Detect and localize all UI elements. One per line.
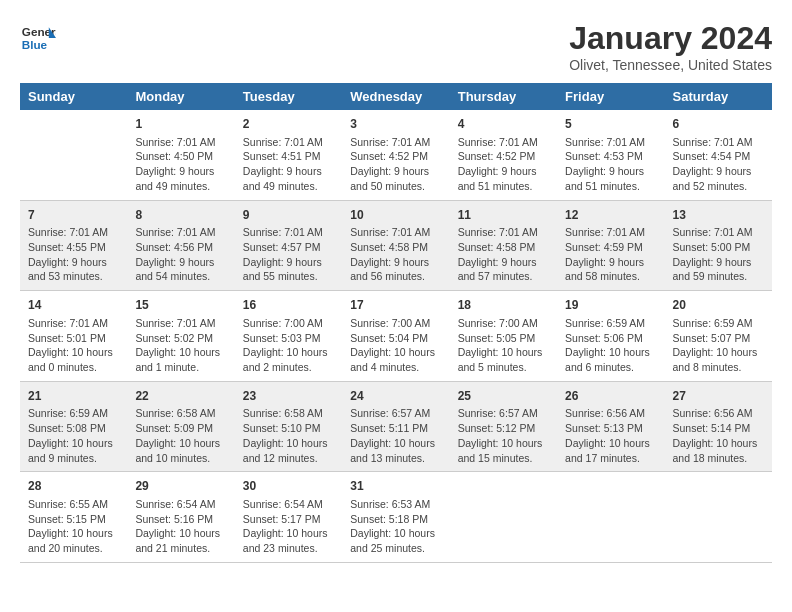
day-info: Sunrise: 6:59 AM Sunset: 5:08 PM Dayligh… <box>28 406 119 465</box>
day-info: Sunrise: 7:01 AM Sunset: 4:58 PM Dayligh… <box>458 225 549 284</box>
logo-icon: General Blue <box>20 20 56 56</box>
weekday-header-saturday: Saturday <box>665 83 772 110</box>
day-info: Sunrise: 6:56 AM Sunset: 5:14 PM Dayligh… <box>673 406 764 465</box>
calendar-cell: 20Sunrise: 6:59 AM Sunset: 5:07 PM Dayli… <box>665 291 772 382</box>
day-number: 5 <box>565 116 656 133</box>
day-info: Sunrise: 7:01 AM Sunset: 4:59 PM Dayligh… <box>565 225 656 284</box>
calendar-cell: 12Sunrise: 7:01 AM Sunset: 4:59 PM Dayli… <box>557 200 664 291</box>
day-number: 10 <box>350 207 441 224</box>
day-number: 22 <box>135 388 226 405</box>
calendar-cell: 23Sunrise: 6:58 AM Sunset: 5:10 PM Dayli… <box>235 381 342 472</box>
day-info: Sunrise: 6:58 AM Sunset: 5:10 PM Dayligh… <box>243 406 334 465</box>
calendar-cell: 31Sunrise: 6:53 AM Sunset: 5:18 PM Dayli… <box>342 472 449 563</box>
day-number: 19 <box>565 297 656 314</box>
calendar-cell: 22Sunrise: 6:58 AM Sunset: 5:09 PM Dayli… <box>127 381 234 472</box>
day-info: Sunrise: 7:01 AM Sunset: 4:51 PM Dayligh… <box>243 135 334 194</box>
calendar-cell: 9Sunrise: 7:01 AM Sunset: 4:57 PM Daylig… <box>235 200 342 291</box>
day-number: 28 <box>28 478 119 495</box>
calendar-cell: 14Sunrise: 7:01 AM Sunset: 5:01 PM Dayli… <box>20 291 127 382</box>
calendar-cell <box>665 472 772 563</box>
calendar-cell: 2Sunrise: 7:01 AM Sunset: 4:51 PM Daylig… <box>235 110 342 200</box>
day-number: 8 <box>135 207 226 224</box>
day-number: 2 <box>243 116 334 133</box>
day-number: 1 <box>135 116 226 133</box>
day-info: Sunrise: 7:01 AM Sunset: 5:00 PM Dayligh… <box>673 225 764 284</box>
day-number: 13 <box>673 207 764 224</box>
day-number: 26 <box>565 388 656 405</box>
day-info: Sunrise: 6:58 AM Sunset: 5:09 PM Dayligh… <box>135 406 226 465</box>
day-info: Sunrise: 6:57 AM Sunset: 5:12 PM Dayligh… <box>458 406 549 465</box>
day-number: 25 <box>458 388 549 405</box>
day-number: 29 <box>135 478 226 495</box>
calendar-cell: 30Sunrise: 6:54 AM Sunset: 5:17 PM Dayli… <box>235 472 342 563</box>
day-number: 12 <box>565 207 656 224</box>
day-number: 3 <box>350 116 441 133</box>
calendar-cell: 3Sunrise: 7:01 AM Sunset: 4:52 PM Daylig… <box>342 110 449 200</box>
weekday-header-sunday: Sunday <box>20 83 127 110</box>
weekday-header-wednesday: Wednesday <box>342 83 449 110</box>
weekday-header-friday: Friday <box>557 83 664 110</box>
calendar-cell: 4Sunrise: 7:01 AM Sunset: 4:52 PM Daylig… <box>450 110 557 200</box>
day-number: 31 <box>350 478 441 495</box>
day-info: Sunrise: 6:54 AM Sunset: 5:16 PM Dayligh… <box>135 497 226 556</box>
calendar-week-row: 1Sunrise: 7:01 AM Sunset: 4:50 PM Daylig… <box>20 110 772 200</box>
day-info: Sunrise: 6:56 AM Sunset: 5:13 PM Dayligh… <box>565 406 656 465</box>
calendar-cell: 24Sunrise: 6:57 AM Sunset: 5:11 PM Dayli… <box>342 381 449 472</box>
calendar-cell: 17Sunrise: 7:00 AM Sunset: 5:04 PM Dayli… <box>342 291 449 382</box>
day-number: 11 <box>458 207 549 224</box>
day-info: Sunrise: 7:01 AM Sunset: 4:57 PM Dayligh… <box>243 225 334 284</box>
calendar-cell: 10Sunrise: 7:01 AM Sunset: 4:58 PM Dayli… <box>342 200 449 291</box>
calendar-cell: 6Sunrise: 7:01 AM Sunset: 4:54 PM Daylig… <box>665 110 772 200</box>
day-number: 21 <box>28 388 119 405</box>
calendar-cell: 29Sunrise: 6:54 AM Sunset: 5:16 PM Dayli… <box>127 472 234 563</box>
calendar-cell: 11Sunrise: 7:01 AM Sunset: 4:58 PM Dayli… <box>450 200 557 291</box>
calendar-week-row: 7Sunrise: 7:01 AM Sunset: 4:55 PM Daylig… <box>20 200 772 291</box>
day-number: 14 <box>28 297 119 314</box>
calendar-table: SundayMondayTuesdayWednesdayThursdayFrid… <box>20 83 772 563</box>
day-info: Sunrise: 7:01 AM Sunset: 5:01 PM Dayligh… <box>28 316 119 375</box>
day-number: 20 <box>673 297 764 314</box>
day-number: 9 <box>243 207 334 224</box>
calendar-cell: 18Sunrise: 7:00 AM Sunset: 5:05 PM Dayli… <box>450 291 557 382</box>
day-info: Sunrise: 6:59 AM Sunset: 5:06 PM Dayligh… <box>565 316 656 375</box>
day-info: Sunrise: 7:01 AM Sunset: 4:55 PM Dayligh… <box>28 225 119 284</box>
weekday-header-row: SundayMondayTuesdayWednesdayThursdayFrid… <box>20 83 772 110</box>
day-info: Sunrise: 7:01 AM Sunset: 4:56 PM Dayligh… <box>135 225 226 284</box>
calendar-cell: 8Sunrise: 7:01 AM Sunset: 4:56 PM Daylig… <box>127 200 234 291</box>
day-info: Sunrise: 6:53 AM Sunset: 5:18 PM Dayligh… <box>350 497 441 556</box>
day-info: Sunrise: 7:01 AM Sunset: 4:54 PM Dayligh… <box>673 135 764 194</box>
calendar-week-row: 21Sunrise: 6:59 AM Sunset: 5:08 PM Dayli… <box>20 381 772 472</box>
day-number: 6 <box>673 116 764 133</box>
calendar-week-row: 28Sunrise: 6:55 AM Sunset: 5:15 PM Dayli… <box>20 472 772 563</box>
day-number: 24 <box>350 388 441 405</box>
day-info: Sunrise: 7:01 AM Sunset: 4:52 PM Dayligh… <box>458 135 549 194</box>
day-info: Sunrise: 6:59 AM Sunset: 5:07 PM Dayligh… <box>673 316 764 375</box>
logo: General Blue <box>20 20 56 56</box>
day-info: Sunrise: 7:01 AM Sunset: 4:53 PM Dayligh… <box>565 135 656 194</box>
day-number: 16 <box>243 297 334 314</box>
location: Olivet, Tennessee, United States <box>569 57 772 73</box>
calendar-cell: 1Sunrise: 7:01 AM Sunset: 4:50 PM Daylig… <box>127 110 234 200</box>
day-number: 17 <box>350 297 441 314</box>
day-info: Sunrise: 7:01 AM Sunset: 5:02 PM Dayligh… <box>135 316 226 375</box>
day-number: 30 <box>243 478 334 495</box>
page-header: General Blue January 2024 Olivet, Tennes… <box>20 20 772 73</box>
calendar-cell: 13Sunrise: 7:01 AM Sunset: 5:00 PM Dayli… <box>665 200 772 291</box>
calendar-cell: 5Sunrise: 7:01 AM Sunset: 4:53 PM Daylig… <box>557 110 664 200</box>
day-number: 23 <box>243 388 334 405</box>
day-info: Sunrise: 7:01 AM Sunset: 4:52 PM Dayligh… <box>350 135 441 194</box>
day-info: Sunrise: 7:00 AM Sunset: 5:03 PM Dayligh… <box>243 316 334 375</box>
day-info: Sunrise: 7:01 AM Sunset: 4:50 PM Dayligh… <box>135 135 226 194</box>
calendar-cell: 7Sunrise: 7:01 AM Sunset: 4:55 PM Daylig… <box>20 200 127 291</box>
weekday-header-thursday: Thursday <box>450 83 557 110</box>
day-number: 18 <box>458 297 549 314</box>
svg-text:Blue: Blue <box>22 38 48 51</box>
calendar-cell: 28Sunrise: 6:55 AM Sunset: 5:15 PM Dayli… <box>20 472 127 563</box>
calendar-cell: 21Sunrise: 6:59 AM Sunset: 5:08 PM Dayli… <box>20 381 127 472</box>
day-info: Sunrise: 7:01 AM Sunset: 4:58 PM Dayligh… <box>350 225 441 284</box>
day-info: Sunrise: 6:55 AM Sunset: 5:15 PM Dayligh… <box>28 497 119 556</box>
calendar-cell: 15Sunrise: 7:01 AM Sunset: 5:02 PM Dayli… <box>127 291 234 382</box>
title-area: January 2024 Olivet, Tennessee, United S… <box>569 20 772 73</box>
weekday-header-monday: Monday <box>127 83 234 110</box>
calendar-cell: 25Sunrise: 6:57 AM Sunset: 5:12 PM Dayli… <box>450 381 557 472</box>
